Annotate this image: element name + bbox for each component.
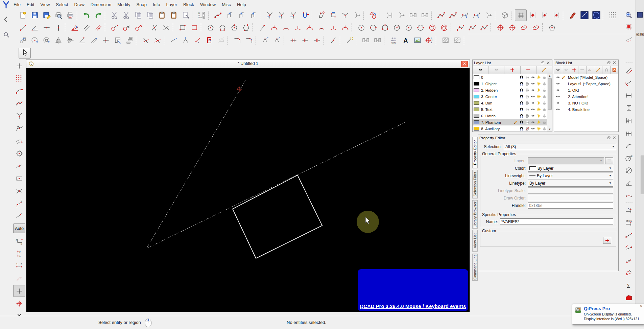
paste-button[interactable] xyxy=(156,9,168,21)
morph-shape-button[interactable] xyxy=(327,9,339,21)
arc-tangent-button[interactable] xyxy=(256,22,268,33)
info-coordinate-button[interactable]: x,y xyxy=(623,204,635,216)
line-vertical-button[interactable] xyxy=(52,22,64,33)
layer-print-icon[interactable] xyxy=(524,88,530,92)
layer-print-icon[interactable] xyxy=(524,114,530,118)
line-tangent-point-circle-button[interactable] xyxy=(109,22,120,33)
layer-visible-icon[interactable] xyxy=(530,75,536,79)
snap-distance-manual-vertical-button[interactable]: 21 xyxy=(13,248,25,259)
scroll-up-icon[interactable]: ▲ xyxy=(547,74,552,78)
hatch-visibility-button[interactable] xyxy=(527,9,539,21)
layer-lock-icon[interactable] xyxy=(542,101,547,105)
block-visible-icon[interactable] xyxy=(555,75,561,79)
menu-info[interactable]: Info xyxy=(150,1,163,8)
snap-tangential-button[interactable] xyxy=(13,122,25,134)
flip-vertical-button[interactable] xyxy=(64,34,76,46)
layer-sun-icon[interactable] xyxy=(536,75,542,79)
snap-magnet-icon[interactable] xyxy=(519,88,524,92)
explode-button[interactable] xyxy=(215,34,227,46)
snap-magnet-icon[interactable] xyxy=(519,120,524,124)
snap-perpendicular-button[interactable] xyxy=(13,110,25,122)
dimension-diameter-button[interactable] xyxy=(623,164,635,176)
grid-snap-button[interactable] xyxy=(13,72,25,84)
find-button[interactable] xyxy=(2,31,10,39)
divide-2-button[interactable] xyxy=(299,34,311,46)
block-name-input[interactable] xyxy=(500,218,613,225)
rotate-button[interactable] xyxy=(29,34,41,46)
layer-sun-icon[interactable] xyxy=(536,81,542,86)
back-button[interactable] xyxy=(2,16,10,24)
snap-polar-button[interactable] xyxy=(13,273,25,284)
block-clip-button[interactable] xyxy=(203,34,215,46)
hide-all-blocks-button[interactable] xyxy=(562,66,570,74)
edit-block-copy-button[interactable] xyxy=(372,34,383,46)
selection-combo[interactable]: All (3)▼ xyxy=(504,143,616,150)
dimension-continue-button[interactable] xyxy=(623,127,635,139)
polygon-center-corner-button[interactable] xyxy=(205,22,216,33)
dimension-arc-button[interactable] xyxy=(623,189,635,201)
draft-mode-button[interactable] xyxy=(567,9,578,21)
block-row[interactable]: 2. Attention! xyxy=(554,93,618,100)
line-tangent-orthogonal-button[interactable] xyxy=(132,22,144,33)
polyline-arcs-button[interactable] xyxy=(478,22,490,33)
append-node-button[interactable] xyxy=(276,9,287,21)
selection-pointer-button[interactable] xyxy=(19,48,31,58)
close-block-editing-button[interactable] xyxy=(611,66,618,74)
new-file-button[interactable] xyxy=(17,9,29,21)
draw-order-set-button[interactable] xyxy=(247,9,259,21)
block-row[interactable]: 4. Break line xyxy=(554,106,618,113)
hatch-fast-draw-button[interactable] xyxy=(539,9,550,21)
modify-corner-button[interactable] xyxy=(315,9,327,21)
show-all-blocks-button[interactable] xyxy=(554,66,562,74)
qcad-events-link[interactable]: QCAD Pro 3.26.4.0 Mouse / Keyboard event… xyxy=(360,304,466,309)
layer-visible-icon[interactable] xyxy=(530,88,536,92)
dimension-angular-button[interactable] xyxy=(623,177,635,189)
snap-intersection-button[interactable] xyxy=(13,185,25,197)
snap-intersection-manual-button[interactable]: 12 xyxy=(13,197,25,209)
block-panel-close-button[interactable] xyxy=(612,61,617,65)
limit-entity-button[interactable] xyxy=(383,9,395,21)
layer-row[interactable]: 1. Object xyxy=(473,80,547,87)
count-entities-button[interactable]: 0.00 xyxy=(388,34,400,46)
arc-3-points-button[interactable] xyxy=(268,22,280,33)
snap-auto-button[interactable]: Auto xyxy=(13,224,25,233)
line-bisector-button[interactable] xyxy=(69,22,80,33)
grid-toggle-button[interactable] xyxy=(515,9,527,21)
layer-row[interactable]: 4. Dim xyxy=(473,100,547,106)
block-visible-icon[interactable] xyxy=(555,107,561,112)
draw-order-to-back-button[interactable] xyxy=(236,9,247,21)
line-orthogonal-button[interactable] xyxy=(148,22,160,33)
polygon-center-side-button[interactable] xyxy=(216,22,228,33)
block-panel-float-button[interactable] xyxy=(606,61,611,65)
property-panel-float-button[interactable] xyxy=(606,136,611,140)
layer-lock-icon[interactable] xyxy=(542,88,547,92)
layer-print-icon[interactable] xyxy=(524,101,530,105)
layer-visible-icon[interactable] xyxy=(530,107,536,112)
align-button[interactable] xyxy=(76,34,88,46)
draw-order-to-front-button[interactable] xyxy=(224,9,236,21)
screen-based-linetypes-button[interactable] xyxy=(578,9,590,21)
bevel-corner-button[interactable] xyxy=(243,34,255,46)
drag-and-drop-button[interactable] xyxy=(180,9,191,21)
line-tangent-2-circles-button[interactable] xyxy=(120,22,132,33)
linetype-combo[interactable]: By Layer▼ xyxy=(528,180,613,187)
break-manual-button[interactable] xyxy=(327,34,339,46)
convert-shapes-button[interactable] xyxy=(367,9,379,21)
dimension-horizontal-button[interactable] xyxy=(623,89,635,101)
free-positioning-button[interactable] xyxy=(13,60,25,72)
menu-draw[interactable]: Draw xyxy=(71,1,87,8)
dimension-radius-button[interactable]: R xyxy=(623,152,635,164)
insert-block-button[interactable] xyxy=(602,66,611,74)
trim-amount-button[interactable]: x xyxy=(191,34,203,46)
create-block-button[interactable] xyxy=(360,34,372,46)
remove-block-button[interactable] xyxy=(578,66,587,74)
menu-view[interactable]: View xyxy=(37,1,53,8)
property-panel-close-button[interactable] xyxy=(612,136,617,140)
info-sum-button[interactable]: Σ xyxy=(623,279,635,291)
print-button[interactable] xyxy=(64,9,76,21)
point-display-button[interactable] xyxy=(606,9,618,21)
break-out-segment-button[interactable] xyxy=(311,34,323,46)
layer-row[interactable]: 6. Hatch xyxy=(473,113,547,119)
layer-print-icon[interactable] xyxy=(524,107,530,112)
document-close-button[interactable]: ✕ xyxy=(461,61,468,67)
